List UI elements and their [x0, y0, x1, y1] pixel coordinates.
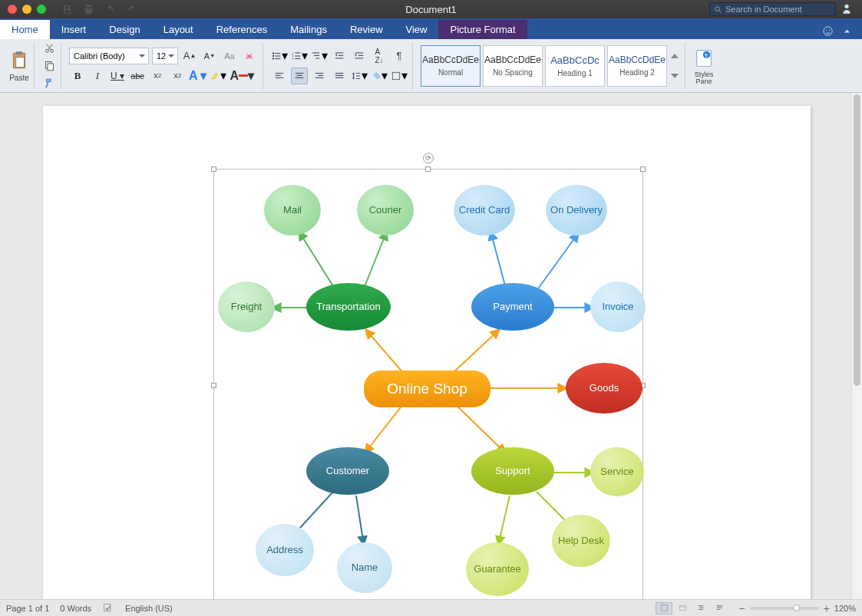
- highlight-icon[interactable]: ▾: [210, 68, 226, 84]
- zoom-level[interactable]: 120%: [834, 604, 856, 613]
- svg-line-53: [455, 404, 506, 453]
- decrease-indent-icon[interactable]: [331, 48, 348, 64]
- sort-icon[interactable]: AZ↓: [371, 48, 388, 64]
- zoom-thumb[interactable]: [793, 604, 800, 611]
- print-icon[interactable]: [81, 2, 95, 16]
- styles-scroll-up-icon[interactable]: [671, 53, 679, 59]
- mindmap-diagram: Online Shop Transportation Mail Courier …: [214, 170, 642, 599]
- italic-button[interactable]: I: [89, 68, 106, 84]
- redo-icon[interactable]: [124, 2, 138, 16]
- window-controls: [0, 5, 46, 14]
- numbering-icon[interactable]: 123▾: [291, 48, 308, 64]
- draft-view-icon[interactable]: [711, 602, 728, 614]
- svg-rect-73: [717, 605, 722, 606]
- print-layout-view-icon[interactable]: [656, 602, 672, 614]
- zoom-window[interactable]: [37, 5, 46, 14]
- svg-rect-36: [276, 77, 284, 77]
- svg-point-4: [829, 30, 830, 31]
- share-icon[interactable]: [842, 2, 854, 17]
- styles-pane-button[interactable]: ¶ Styles Pane: [689, 45, 719, 87]
- borders-icon[interactable]: ▾: [391, 68, 408, 84]
- save-icon[interactable]: [60, 2, 74, 16]
- clear-formatting-icon[interactable]: [241, 48, 258, 64]
- multilevel-list-icon[interactable]: ▾: [311, 48, 328, 64]
- minimize-window[interactable]: [22, 5, 31, 14]
- search-input[interactable]: Search in Document: [709, 2, 836, 16]
- svg-rect-71: [699, 608, 703, 608]
- text-effects-icon[interactable]: A ▾: [189, 68, 206, 84]
- font-name-select[interactable]: Calibri (Body): [69, 48, 149, 64]
- feedback-icon[interactable]: [822, 25, 834, 39]
- paste-icon[interactable]: [9, 49, 29, 72]
- svg-line-59: [537, 232, 579, 291]
- word-count[interactable]: 0 Words: [60, 604, 91, 613]
- copy-icon[interactable]: [42, 59, 56, 72]
- node-helpdesk: Help Desk: [552, 515, 610, 567]
- subscript-button[interactable]: X2: [149, 68, 166, 84]
- group-paragraph: ▾ 123▾ ▾ AZ↓ ¶ ▾ ▾ ▾: [266, 42, 413, 90]
- tab-insert[interactable]: Insert: [50, 20, 98, 39]
- tab-mailings[interactable]: Mailings: [279, 20, 339, 39]
- style-no-spacing[interactable]: AaBbCcDdEeNo Spacing: [483, 45, 543, 87]
- line-spacing-icon[interactable]: ▾: [351, 68, 368, 84]
- tab-design[interactable]: Design: [97, 20, 151, 39]
- undo-icon[interactable]: [103, 2, 117, 16]
- close-window[interactable]: [8, 5, 17, 14]
- style-heading-1[interactable]: AaBbCcDcHeading 1: [545, 45, 605, 87]
- svg-text:¶: ¶: [705, 52, 708, 58]
- search-icon: [714, 5, 722, 14]
- node-payment: Payment: [471, 283, 554, 331]
- style-heading-2[interactable]: AaBbCcDdEeHeading 2: [607, 45, 667, 87]
- svg-rect-74: [717, 608, 722, 608]
- strikethrough-button[interactable]: abc: [129, 68, 146, 84]
- font-color-icon[interactable]: A▾: [230, 68, 254, 84]
- align-center-icon[interactable]: [291, 68, 308, 84]
- tab-home[interactable]: Home: [0, 20, 50, 39]
- bold-button[interactable]: B: [69, 68, 86, 84]
- change-case-icon[interactable]: Aa: [221, 48, 238, 64]
- grow-font-icon[interactable]: A▲: [181, 48, 198, 64]
- svg-rect-6: [16, 51, 23, 54]
- align-left-icon[interactable]: [271, 68, 288, 84]
- group-clipboard: Paste: [5, 42, 35, 90]
- tab-review[interactable]: Review: [339, 20, 395, 39]
- shrink-font-icon[interactable]: A▼: [201, 48, 218, 64]
- tab-picture-format[interactable]: Picture Format: [438, 20, 527, 39]
- bullets-icon[interactable]: ▾: [271, 48, 288, 64]
- picture-selection[interactable]: ⟳: [213, 169, 643, 599]
- font-size-select[interactable]: 12: [152, 48, 178, 64]
- language-indicator[interactable]: English (US): [125, 604, 173, 613]
- collapse-ribbon-icon[interactable]: [841, 25, 853, 39]
- scrollbar-thumb[interactable]: [854, 94, 860, 386]
- web-layout-view-icon[interactable]: [674, 602, 691, 614]
- rotate-handle[interactable]: ⟳: [423, 153, 434, 163]
- style-normal[interactable]: AaBbCcDdEeNormal: [421, 45, 481, 87]
- page-indicator[interactable]: Page 1 of 1: [6, 604, 49, 613]
- justify-icon[interactable]: [331, 68, 348, 84]
- zoom-out-button[interactable]: −: [738, 602, 745, 614]
- outline-view-icon[interactable]: [692, 602, 709, 614]
- show-marks-icon[interactable]: ¶: [391, 48, 408, 64]
- tab-layout[interactable]: Layout: [152, 20, 205, 39]
- paste-label: Paste: [9, 74, 29, 82]
- superscript-button[interactable]: X2: [169, 68, 186, 84]
- styles-scroll-down-icon[interactable]: [671, 73, 679, 79]
- document-area[interactable]: ⟳: [0, 93, 851, 599]
- svg-rect-68: [679, 605, 685, 610]
- shading-icon[interactable]: ▾: [371, 68, 388, 84]
- cut-icon[interactable]: [42, 42, 56, 55]
- vertical-scrollbar[interactable]: [851, 93, 862, 599]
- svg-line-65: [498, 496, 510, 545]
- zoom-in-button[interactable]: +: [824, 602, 830, 614]
- underline-button[interactable]: U ▾: [109, 68, 126, 84]
- svg-point-0: [715, 6, 720, 11]
- align-right-icon[interactable]: [311, 68, 328, 84]
- svg-rect-40: [315, 72, 324, 73]
- spellcheck-icon[interactable]: [102, 602, 114, 614]
- tab-view[interactable]: View: [395, 20, 439, 39]
- increase-indent-icon[interactable]: [351, 48, 368, 64]
- zoom-slider[interactable]: [750, 607, 819, 610]
- format-painter-icon[interactable]: [42, 77, 56, 90]
- tab-references[interactable]: References: [205, 20, 279, 39]
- svg-rect-42: [315, 77, 324, 77]
